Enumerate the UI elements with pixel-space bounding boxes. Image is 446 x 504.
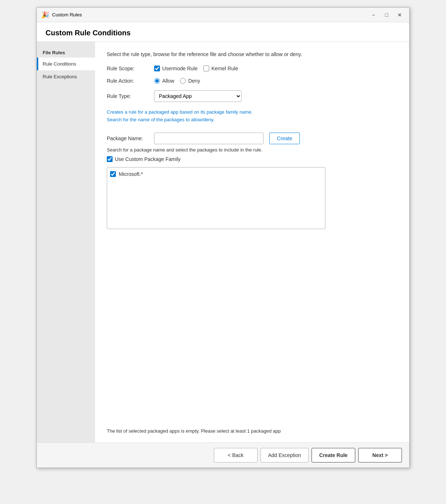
allow-radio-label[interactable]: Allow: [154, 78, 174, 84]
search-hint: Search for a package name and select the…: [107, 147, 398, 153]
usermode-rule-text: Usermode Rule: [162, 66, 197, 71]
package-name-input[interactable]: [154, 133, 263, 144]
deny-radio-label[interactable]: Deny: [180, 78, 200, 84]
page-title: Custom Rule Conditions: [46, 29, 400, 37]
sidebar: File Rules Rule Conditions Rule Exceptio…: [37, 42, 95, 442]
sidebar-item-label: Rule Conditions: [43, 61, 76, 67]
title-bar: 🎉 Custom Rules − □ ✕: [37, 8, 409, 22]
kernel-rule-label[interactable]: Kernel Rule: [203, 66, 238, 71]
rule-type-label: Rule Type:: [107, 93, 154, 99]
sidebar-item-rule-exceptions[interactable]: Rule Exceptions: [37, 70, 95, 83]
main-layout: File Rules Rule Conditions Rule Exceptio…: [37, 42, 409, 442]
kernel-rule-text: Kernel Rule: [211, 66, 238, 71]
maximize-button[interactable]: □: [382, 10, 392, 20]
window-controls: − □ ✕: [368, 10, 405, 20]
next-button[interactable]: Next >: [358, 448, 402, 462]
custom-package-family-text: Use Custom Package Family: [115, 156, 181, 162]
create-button[interactable]: Create: [269, 133, 300, 144]
back-button[interactable]: < Back: [214, 448, 258, 462]
package-name-row: Package Name: Create: [107, 133, 398, 144]
rule-type-controls: Publisher Hash Path Packaged App: [154, 90, 242, 102]
close-button[interactable]: ✕: [395, 10, 405, 20]
create-rule-button[interactable]: Create Rule: [312, 448, 355, 462]
main-window: 🎉 Custom Rules − □ ✕ Custom Rule Conditi…: [36, 7, 410, 468]
allow-radio[interactable]: [154, 78, 160, 84]
usermode-rule-checkbox[interactable]: [154, 66, 160, 71]
rule-type-dropdown[interactable]: Publisher Hash Path Packaged App: [154, 90, 242, 102]
rule-action-row: Rule Action: Allow Deny: [107, 78, 398, 84]
app-icon: 🎉: [41, 11, 49, 19]
add-exception-button[interactable]: Add Exception: [261, 448, 309, 462]
package-item-label: Microsoft.*: [119, 171, 143, 177]
bottom-status: The list of selected packaged apps is em…: [107, 421, 398, 434]
help-text: Creates a rule for a packaged app based …: [107, 109, 398, 124]
custom-package-family-label[interactable]: Use Custom Package Family: [107, 156, 398, 162]
status-text: The list of selected packaged apps is em…: [107, 428, 281, 434]
deny-radio[interactable]: [180, 78, 186, 84]
help-text-line2: Search for the name of the packages to a…: [107, 117, 214, 122]
kernel-rule-checkbox[interactable]: [203, 66, 209, 71]
minimize-button[interactable]: −: [368, 10, 379, 20]
usermode-rule-label[interactable]: Usermode Rule: [154, 66, 197, 71]
rule-action-label: Rule Action:: [107, 78, 154, 84]
footer-bar: < Back Add Exception Create Rule Next >: [37, 442, 409, 468]
window-title: Custom Rules: [52, 12, 368, 17]
description-text: Select the rule type, browse for the ref…: [107, 51, 398, 58]
packages-list-box: Microsoft.*: [107, 167, 325, 229]
rule-action-controls: Allow Deny: [154, 78, 200, 84]
sidebar-item-label: Rule Exceptions: [43, 74, 77, 79]
rule-scope-row: Rule Scope: Usermode Rule Kernel Rule: [107, 66, 398, 71]
rule-scope-label: Rule Scope:: [107, 66, 154, 71]
package-item-checkbox[interactable]: [110, 171, 116, 177]
allow-radio-text: Allow: [162, 78, 174, 84]
list-item: Microsoft.*: [110, 170, 322, 178]
deny-radio-text: Deny: [188, 78, 200, 84]
sidebar-section-title: File Rules: [37, 46, 95, 58]
sidebar-item-rule-conditions[interactable]: Rule Conditions: [37, 58, 95, 70]
rule-scope-controls: Usermode Rule Kernel Rule: [154, 66, 238, 71]
custom-package-family-checkbox[interactable]: [107, 156, 113, 162]
content-area: Select the rule type, browse for the ref…: [95, 42, 409, 442]
rule-type-row: Rule Type: Publisher Hash Path Packaged …: [107, 90, 398, 102]
help-text-line1: Creates a rule for a packaged app based …: [107, 109, 253, 115]
package-name-label: Package Name:: [107, 135, 154, 141]
page-header: Custom Rule Conditions: [37, 22, 409, 42]
